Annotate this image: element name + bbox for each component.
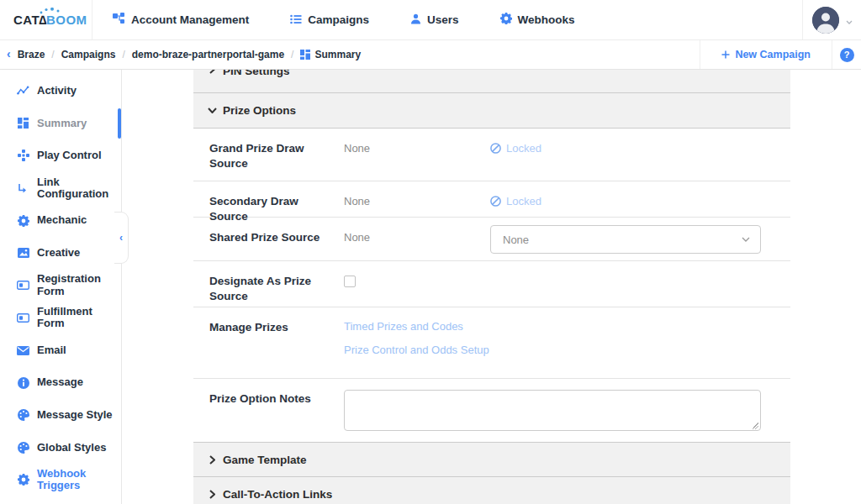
nav-label: Account Management — [131, 13, 249, 26]
chevron-down-icon[interactable] — [846, 13, 853, 28]
row-designate-as-prize-source: Designate As Prize Source — [193, 261, 790, 307]
app-window: CAT∆BOOM Account Management Campaigns Us… — [0, 0, 861, 504]
sidebar-item-play-control[interactable]: Play Control — [0, 139, 121, 172]
main-content: PIN Settings Prize Options Grand Prize D… — [122, 70, 861, 504]
circle-slash-icon — [490, 143, 501, 154]
sidebar-item-message-style[interactable]: Message Style — [0, 399, 121, 432]
cataboom-logo[interactable]: CAT∆BOOM — [0, 0, 92, 39]
play-control-icon — [17, 150, 29, 161]
section-label: Game Template — [223, 454, 307, 466]
user-avatar[interactable] — [812, 7, 839, 34]
chevron-right-icon — [209, 490, 215, 499]
section-call-to-action-links[interactable]: Call-To-Action Links — [193, 477, 790, 504]
section-label: PIN Settings — [223, 70, 290, 77]
locked-status: Locked — [490, 141, 790, 155]
section-pin-settings[interactable]: PIN Settings — [193, 70, 790, 93]
activity-icon — [17, 86, 29, 96]
row-manage-prizes: Manage Prizes Timed Prizes and Codes Pri… — [193, 307, 790, 379]
crumb-separator: / — [291, 49, 293, 60]
sidebar-item-registration-form[interactable]: Registration Form — [0, 270, 121, 302]
breadcrumb-bar: ‹ Braze / Campaigns / demo-braze-partner… — [0, 40, 861, 70]
chevron-right-icon — [209, 70, 215, 74]
section-game-template[interactable]: Game Template — [193, 442, 790, 477]
crumb-separator: / — [51, 49, 54, 60]
section-prize-options[interactable]: Prize Options — [193, 93, 790, 129]
back-chevron-icon[interactable]: ‹ — [7, 48, 11, 60]
sidebar-item-email[interactable]: Email — [0, 334, 121, 367]
sidebar-item-summary[interactable]: Summary — [0, 108, 121, 140]
field-label: Manage Prizes — [209, 320, 344, 378]
field-label: Shared Prize Source — [209, 230, 344, 260]
chevron-down-icon — [742, 237, 750, 242]
sidebar-item-global-styles[interactable]: Global Styles — [0, 432, 121, 465]
sidebar-item-label: Link Configuration — [37, 176, 113, 201]
help-icon[interactable]: ? — [840, 48, 854, 62]
sidebar-item-label: Fulfillment Form — [37, 306, 113, 330]
form-card-icon — [17, 313, 29, 323]
chevron-right-icon — [209, 455, 215, 465]
info-circle-icon — [17, 377, 29, 389]
settings-accordion: PIN Settings Prize Options Grand Prize D… — [193, 70, 790, 504]
palette-icon — [17, 442, 29, 454]
field-label: Designate As Prize Source — [209, 274, 344, 307]
nav-label: Users — [427, 13, 459, 26]
sidebar-item-label: Summary — [37, 118, 87, 130]
designate-prize-source-checkbox[interactable] — [344, 276, 356, 287]
field-label: Grand Prize Draw Source — [209, 141, 344, 181]
field-label: Prize Option Notes — [209, 391, 344, 442]
new-campaign-button[interactable]: New Campaign — [700, 40, 832, 69]
crumb-summary[interactable]: Summary — [300, 49, 361, 60]
shared-prize-source-select[interactable]: None — [490, 225, 761, 254]
nav-label: Campaigns — [308, 13, 369, 26]
gear-icon — [17, 474, 29, 486]
field-value: None — [344, 230, 490, 260]
sidebar-item-label: Global Styles — [37, 442, 106, 454]
sidebar-item-fulfillment-form[interactable]: Fulfillment Form — [0, 302, 121, 334]
sidebar-item-mechanic[interactable]: Mechanic — [0, 204, 121, 237]
sidebar-item-creative[interactable]: Creative — [0, 237, 121, 270]
palette-icon — [17, 409, 29, 421]
row-shared-prize-source: Shared Prize Source None None — [193, 218, 790, 261]
top-nav-items: Account Management Campaigns Users Webho… — [113, 13, 575, 28]
crumb-braze[interactable]: Braze — [18, 49, 45, 60]
locked-label: Locked — [506, 195, 541, 207]
sidebar-item-label: Message — [37, 376, 83, 389]
nav-account-management[interactable]: Account Management — [113, 13, 249, 28]
crumb-separator: / — [122, 49, 124, 60]
sidebar-item-activity[interactable]: Activity — [0, 75, 121, 108]
sidebar-item-label: Message Style — [37, 409, 113, 422]
chevron-left-icon: ‹ — [119, 232, 123, 244]
dashboard-icon — [300, 50, 310, 60]
prize-option-notes-textarea[interactable] — [344, 390, 761, 431]
top-nav-bar: CAT∆BOOM Account Management Campaigns Us… — [0, 0, 861, 40]
crumb-campaigns[interactable]: Campaigns — [61, 49, 116, 60]
crumb-campaign-name[interactable]: demo-braze-partnerportal-game — [132, 49, 284, 60]
nav-campaigns[interactable]: Campaigns — [290, 13, 369, 28]
sidebar-item-label: Play Control — [37, 150, 102, 162]
row-grand-prize-draw-source: Grand Prize Draw Source None Locked — [193, 129, 790, 181]
breadcrumb: ‹ Braze / Campaigns / demo-braze-partner… — [0, 49, 361, 60]
sidebar-item-label: Activity — [37, 85, 77, 97]
nav-users[interactable]: Users — [410, 13, 459, 28]
list-icon — [290, 13, 302, 28]
row-secondary-draw-source: Secondary Draw Source None Locked — [193, 181, 790, 218]
nav-webhooks[interactable]: Webhooks — [500, 13, 575, 28]
sidebar-collapse-handle[interactable]: ‹ — [114, 212, 129, 264]
sidebar-item-label: Email — [37, 344, 66, 357]
prize-control-odds-link[interactable]: Prize Control and Odds Setup — [344, 344, 790, 356]
image-icon — [17, 248, 29, 258]
user-menu — [802, 0, 861, 39]
sidebar-item-link-configuration[interactable]: Link Configuration — [0, 172, 121, 205]
timed-prizes-link[interactable]: Timed Prizes and Codes — [344, 320, 790, 333]
sidebar: Activity Summary Play Control Link Confi… — [0, 70, 122, 504]
crumb-label: Summary — [314, 49, 361, 60]
link-arrow-icon — [17, 183, 29, 194]
sidebar-item-webhook-triggers[interactable]: Webhook Triggers — [0, 464, 121, 496]
logo-dots-icon — [40, 8, 61, 14]
row-prize-option-notes: Prize Option Notes — [193, 379, 790, 442]
sidebar-item-message[interactable]: Message — [0, 366, 121, 399]
form-card-icon — [17, 281, 29, 290]
field-value: None — [344, 141, 490, 181]
nav-label: Webhooks — [518, 13, 575, 26]
section-label: Call-To-Action Links — [223, 488, 332, 501]
